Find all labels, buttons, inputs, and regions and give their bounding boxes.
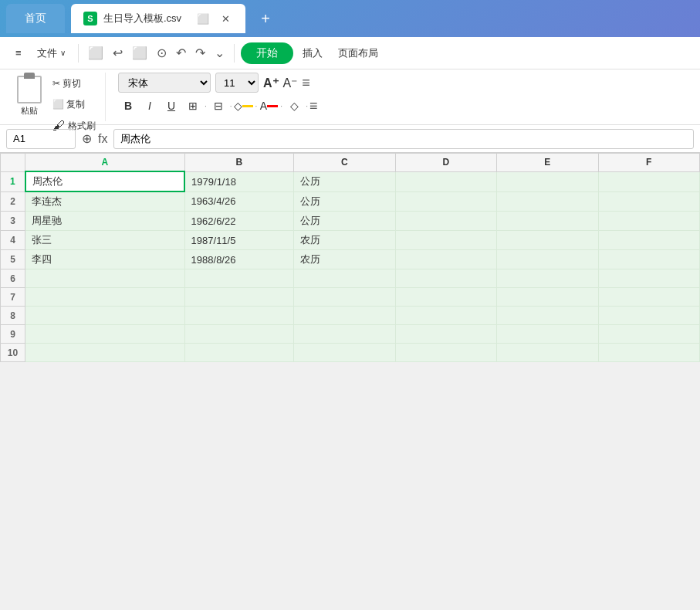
cell-6-3[interactable]: [395, 269, 496, 288]
cell-6-1[interactable]: [184, 269, 294, 288]
cell-10-3[interactable]: [395, 344, 496, 362]
formula-input[interactable]: [113, 129, 694, 149]
row-header-2[interactable]: 2: [1, 191, 25, 212]
cell-4-1[interactable]: 1987/11/5: [184, 231, 294, 250]
tab-home[interactable]: 首页: [6, 4, 65, 33]
cell-1-1[interactable]: 1979/1/18: [184, 171, 294, 191]
fill-color-button[interactable]: ◇: [234, 96, 254, 116]
toolbar-copy-icon[interactable]: ⬜: [85, 42, 107, 63]
row-header-4[interactable]: 4: [1, 231, 25, 250]
cell-4-2[interactable]: 农历: [294, 231, 395, 250]
cell-10-1[interactable]: [184, 344, 294, 362]
file-menu[interactable]: 文件 ∨: [31, 43, 72, 63]
row-header-1[interactable]: 1: [1, 171, 25, 191]
font-size-increase[interactable]: A⁺: [263, 76, 279, 90]
cell-1-0[interactable]: 周杰伦: [25, 171, 185, 191]
cell-2-3[interactable]: [395, 191, 496, 212]
underline-button[interactable]: U: [161, 96, 181, 116]
cell-8-3[interactable]: [395, 307, 496, 325]
cell-1-4[interactable]: [497, 171, 598, 191]
layout-menu[interactable]: 页面布局: [332, 43, 384, 63]
copy-button[interactable]: ⬜ 复制: [49, 97, 99, 113]
cell-7-1[interactable]: [184, 288, 294, 307]
cell-3-1[interactable]: 1962/6/22: [184, 212, 294, 231]
cell-7-5[interactable]: [598, 288, 700, 307]
cell-7-2[interactable]: [294, 288, 395, 307]
col-header-a[interactable]: A: [25, 154, 185, 172]
cell-7-0[interactable]: [25, 288, 185, 307]
row-header-9[interactable]: 9: [1, 325, 25, 344]
cell-2-4[interactable]: [497, 191, 598, 212]
bold-button[interactable]: B: [118, 96, 138, 116]
cell-1-3[interactable]: [395, 171, 496, 191]
font-size-select[interactable]: 11: [215, 73, 259, 93]
cell-10-2[interactable]: [294, 344, 395, 362]
cell-2-1[interactable]: 1963/4/26: [184, 191, 294, 212]
start-button[interactable]: 开始: [241, 42, 293, 64]
toolbar-dropdown-icon[interactable]: ⌄: [211, 42, 228, 63]
cell-2-2[interactable]: 公历: [294, 191, 395, 212]
border-button[interactable]: ⊞: [183, 96, 203, 116]
cell-5-3[interactable]: [395, 250, 496, 269]
cell-4-0[interactable]: 张三: [25, 231, 185, 250]
toolbar-redo-icon[interactable]: ↷: [192, 42, 208, 63]
row-header-5[interactable]: 5: [1, 250, 25, 269]
row-header-7[interactable]: 7: [1, 288, 25, 307]
cell-4-3[interactable]: [395, 231, 496, 250]
cell-5-1[interactable]: 1988/8/26: [184, 250, 294, 269]
paste-button[interactable]: 粘贴: [12, 73, 46, 120]
cell-8-1[interactable]: [184, 307, 294, 325]
col-header-d[interactable]: D: [395, 154, 496, 172]
cell-10-5[interactable]: [598, 344, 700, 362]
font-size-decrease[interactable]: A⁻: [283, 76, 298, 90]
toolbar-search-icon[interactable]: ⊙: [154, 42, 170, 63]
tab-file[interactable]: S 生日导入模板.csv ⬜ ✕: [71, 4, 245, 33]
cell-9-0[interactable]: [25, 325, 185, 344]
cell-9-1[interactable]: [184, 325, 294, 344]
cell-9-5[interactable]: [598, 325, 700, 344]
cell-2-0[interactable]: 李连杰: [25, 191, 185, 212]
formula-search-icon[interactable]: ⊕: [82, 131, 92, 146]
text-align-icon[interactable]: ≡: [302, 75, 310, 91]
cell-9-3[interactable]: [395, 325, 496, 344]
cell-3-3[interactable]: [395, 212, 496, 231]
italic-button[interactable]: I: [140, 96, 160, 116]
col-header-c[interactable]: C: [294, 154, 395, 172]
cell-9-4[interactable]: [497, 325, 598, 344]
cell-8-0[interactable]: [25, 307, 185, 325]
cell-5-4[interactable]: [497, 250, 598, 269]
clear-button[interactable]: ◇: [284, 96, 304, 116]
cell-8-2[interactable]: [294, 307, 395, 325]
cell-4-5[interactable]: [598, 231, 700, 250]
row-header-3[interactable]: 3: [1, 212, 25, 231]
cell-7-4[interactable]: [497, 288, 598, 307]
cut-button[interactable]: ✂ 剪切: [49, 76, 99, 92]
cell-3-0[interactable]: 周星驰: [25, 212, 185, 231]
toolbar-print-icon[interactable]: ⬜: [129, 42, 150, 63]
cell-5-0[interactable]: 李四: [25, 250, 185, 269]
cell-1-2[interactable]: 公历: [294, 171, 395, 191]
merge-button[interactable]: ⊟: [208, 96, 228, 116]
toolbar-undo-icon[interactable]: ↶: [173, 42, 189, 63]
cell-1-5[interactable]: [598, 171, 700, 191]
insert-menu[interactable]: 插入: [296, 43, 329, 63]
cell-2-5[interactable]: [598, 191, 700, 212]
row-header-8[interactable]: 8: [1, 307, 25, 325]
cell-10-4[interactable]: [497, 344, 598, 362]
col-header-e[interactable]: E: [497, 154, 598, 172]
cell-9-2[interactable]: [294, 325, 395, 344]
col-header-f[interactable]: F: [598, 154, 700, 172]
cell-5-2[interactable]: 农历: [294, 250, 395, 269]
cell-6-2[interactable]: [294, 269, 395, 288]
add-tab-button[interactable]: +: [255, 10, 276, 28]
cell-6-0[interactable]: [25, 269, 185, 288]
font-name-select[interactable]: 宋体: [118, 73, 211, 93]
cell-6-4[interactable]: [497, 269, 598, 288]
monitor-icon[interactable]: ⬜: [194, 12, 212, 26]
col-header-b[interactable]: B: [184, 154, 294, 172]
cell-4-4[interactable]: [497, 231, 598, 250]
cell-reference[interactable]: A1: [6, 129, 76, 149]
cell-3-4[interactable]: [497, 212, 598, 231]
cell-3-5[interactable]: [598, 212, 700, 231]
cell-10-0[interactable]: [25, 344, 185, 362]
